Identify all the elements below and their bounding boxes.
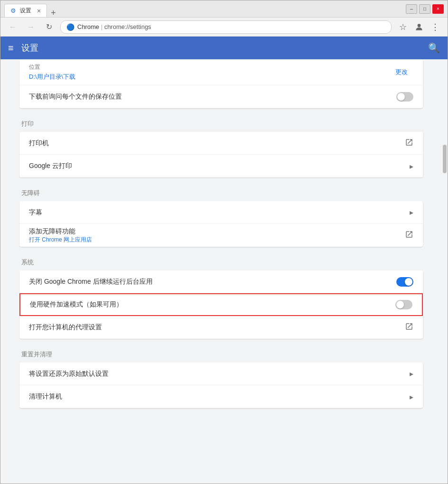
accessibility-section: 无障碍 字幕 ▸ 添加无障碍功能 打开 Chrome 网上应用店 bbox=[19, 189, 423, 247]
external-link-icon bbox=[405, 138, 413, 149]
print-card: 打印机 Google 云打印 ▸ bbox=[19, 132, 423, 177]
url-brand: Chrome | chrome://settings bbox=[77, 23, 151, 30]
url-brand-text: Chrome bbox=[77, 23, 99, 30]
printer-row[interactable]: 打印机 bbox=[19, 132, 423, 155]
clean-arrow-icon: ▸ bbox=[410, 392, 413, 401]
reset-card: 将设置还原为原始默认设置 ▸ 清理计算机 ▸ bbox=[19, 363, 423, 408]
accessibility-card: 字幕 ▸ 添加无障碍功能 打开 Chrome 网上应用店 bbox=[19, 201, 423, 247]
captions-label: 字幕 bbox=[29, 208, 410, 217]
arrow-right-icon: ▸ bbox=[410, 162, 413, 171]
tab-title: 设置 bbox=[20, 7, 31, 15]
print-section: 打印 打印机 Google 云打印 ▸ bbox=[19, 120, 423, 177]
print-section-title: 打印 bbox=[19, 120, 423, 128]
add-accessibility-label: 添加无障碍功能 打开 Chrome 网上应用店 bbox=[29, 227, 405, 244]
clean-computer-label: 清理计算机 bbox=[29, 392, 410, 401]
restore-arrow-icon: ▸ bbox=[410, 369, 413, 378]
location-label: 位置 bbox=[29, 63, 390, 71]
refresh-button[interactable]: ↻ bbox=[42, 20, 55, 34]
ask-download-toggle[interactable] bbox=[396, 92, 413, 102]
content-area: 位置 D:\用户目录\下载 更改 下载前询问每个文件的保存位置 bbox=[0, 59, 442, 484]
hardware-acceleration-toggle[interactable] bbox=[395, 300, 412, 309]
bookmark-button[interactable]: ☆ bbox=[396, 20, 410, 34]
add-accessibility-sub: 打开 Chrome 网上应用店 bbox=[29, 236, 405, 244]
background-apps-row: 关闭 Google Chrome 后继续运行后台应用 bbox=[19, 270, 423, 293]
downloads-section: 位置 D:\用户目录\下载 更改 下载前询问每个文件的保存位置 bbox=[19, 59, 423, 108]
url-path: chrome://settings bbox=[104, 23, 151, 30]
background-toggle-knob bbox=[405, 278, 412, 286]
url-bar[interactable]: 🔵 Chrome | chrome://settings bbox=[60, 20, 392, 34]
add-accessibility-row[interactable]: 添加无障碍功能 打开 Chrome 网上应用店 bbox=[19, 224, 423, 247]
tab-settings-icon: ⚙ bbox=[10, 7, 16, 14]
hardware-toggle-knob bbox=[396, 301, 404, 308]
cloud-print-row[interactable]: Google 云打印 ▸ bbox=[19, 155, 423, 177]
hardware-acceleration-label: 使用硬件加速模式（如果可用） bbox=[30, 300, 395, 309]
cloud-print-label: Google 云打印 bbox=[29, 162, 410, 170]
location-path: D:\用户目录\下载 bbox=[29, 73, 75, 80]
scrollbar-thumb[interactable] bbox=[443, 145, 447, 173]
scrollbar-track[interactable] bbox=[442, 59, 448, 484]
ask-download-label: 下载前询问每个文件的保存位置 bbox=[29, 93, 396, 101]
secure-icon: 🔵 bbox=[66, 23, 74, 31]
change-location-button[interactable]: 更改 bbox=[390, 65, 413, 79]
ask-download-row: 下载前询问每个文件的保存位置 bbox=[19, 85, 423, 108]
download-location-row: 位置 D:\用户目录\下载 更改 bbox=[19, 59, 423, 85]
menu-button[interactable]: ⋮ bbox=[429, 20, 442, 34]
background-apps-toggle[interactable] bbox=[396, 277, 413, 287]
printer-label: 打印机 bbox=[29, 139, 405, 148]
background-apps-label: 关闭 Google Chrome 后继续运行后台应用 bbox=[29, 278, 396, 286]
captions-arrow-icon: ▸ bbox=[410, 208, 413, 217]
active-tab[interactable]: ⚙ 设置 × bbox=[4, 4, 47, 17]
reset-section-title: 重置并清理 bbox=[19, 350, 423, 359]
address-bar: ← → ↻ 🔵 Chrome | chrome://settings ☆ ⋮ bbox=[0, 18, 448, 37]
restore-defaults-row[interactable]: 将设置还原为原始默认设置 ▸ bbox=[19, 363, 423, 385]
accessibility-section-title: 无障碍 bbox=[19, 189, 423, 197]
minimize-button[interactable]: – bbox=[406, 4, 417, 14]
toolbar-right: ☆ ⋮ bbox=[396, 20, 442, 34]
add-accessibility-ext-icon bbox=[405, 230, 413, 241]
close-button[interactable]: × bbox=[432, 4, 444, 14]
url-separator: | bbox=[101, 23, 104, 30]
new-tab-button[interactable]: + bbox=[47, 9, 60, 17]
svg-point-0 bbox=[418, 24, 421, 27]
settings-page-title: 设置 bbox=[21, 42, 38, 54]
hamburger-icon[interactable]: ≡ bbox=[8, 43, 14, 54]
captions-row[interactable]: 字幕 ▸ bbox=[19, 201, 423, 224]
proxy-settings-row[interactable]: 打开您计算机的代理设置 bbox=[19, 316, 423, 339]
window-controls: – □ × bbox=[406, 4, 444, 14]
system-card: 关闭 Google Chrome 后继续运行后台应用 使用硬件加速模式（如果可用… bbox=[19, 270, 423, 339]
maximize-button[interactable]: □ bbox=[419, 4, 430, 14]
downloads-card: 位置 D:\用户目录\下载 更改 下载前询问每个文件的保存位置 bbox=[19, 59, 423, 108]
proxy-settings-label: 打开您计算机的代理设置 bbox=[29, 323, 405, 332]
clean-computer-row[interactable]: 清理计算机 ▸ bbox=[19, 385, 423, 408]
reset-section: 重置并清理 将设置还原为原始默认设置 ▸ 清理计算机 ▸ bbox=[19, 350, 423, 408]
settings-header: ≡ 设置 🔍 bbox=[0, 37, 448, 59]
hardware-acceleration-row: 使用硬件加速模式（如果可用） bbox=[19, 293, 423, 316]
forward-button[interactable]: → bbox=[24, 20, 37, 34]
search-icon[interactable]: 🔍 bbox=[428, 42, 440, 54]
back-button[interactable]: ← bbox=[6, 20, 19, 34]
system-section-title: 系统 bbox=[19, 258, 423, 267]
system-section: 系统 关闭 Google Chrome 后继续运行后台应用 使用硬件加速模式（ bbox=[19, 258, 423, 339]
toggle-knob bbox=[397, 93, 405, 101]
title-bar: ⚙ 设置 × + – □ × bbox=[0, 0, 448, 18]
main-content: 位置 D:\用户目录\下载 更改 下载前询问每个文件的保存位置 bbox=[0, 59, 448, 484]
tab-close-button[interactable]: × bbox=[37, 7, 41, 15]
account-button[interactable] bbox=[412, 20, 426, 34]
restore-defaults-label: 将设置还原为原始默认设置 bbox=[29, 370, 410, 378]
proxy-ext-icon bbox=[405, 322, 413, 333]
